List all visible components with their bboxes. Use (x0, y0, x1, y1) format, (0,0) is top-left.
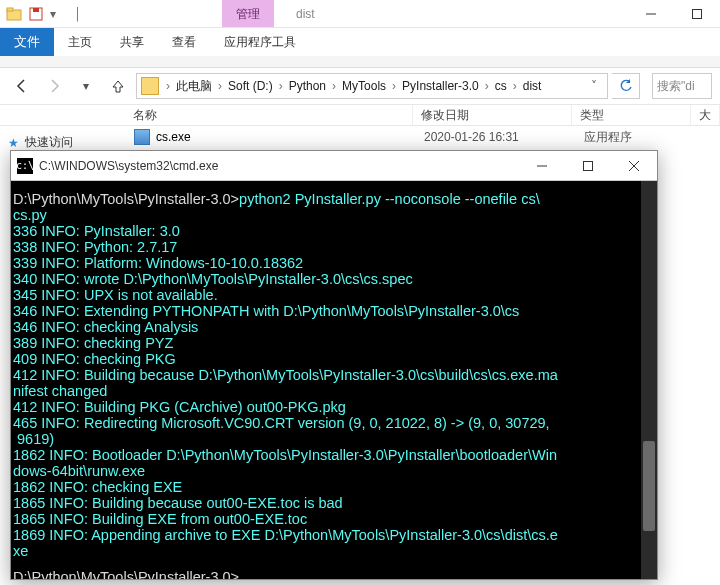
chevron-right-icon[interactable]: › (482, 79, 492, 93)
cmd-minimize-button[interactable] (519, 151, 565, 181)
chevron-right-icon[interactable]: › (215, 79, 225, 93)
cmd-close-button[interactable] (611, 151, 657, 181)
chevron-right-icon[interactable]: › (163, 79, 173, 93)
qat-dropdown-icon[interactable]: ▾ (50, 7, 58, 21)
column-date[interactable]: 修改日期 (413, 105, 572, 125)
breadcrumb-segment[interactable]: Python (286, 79, 329, 93)
svg-rect-3 (33, 8, 39, 12)
cmd-scroll-thumb[interactable] (643, 441, 655, 531)
explorer-titlebar: ▾ │ 管理 dist (0, 0, 720, 28)
breadcrumb-segment[interactable]: PyInstaller-3.0 (399, 79, 482, 93)
breadcrumb-segment[interactable]: dist (520, 79, 545, 93)
folder-icon (6, 6, 22, 22)
ribbon-share-tab[interactable]: 共享 (106, 28, 158, 56)
cmd-maximize-button[interactable] (565, 151, 611, 181)
file-date: 2020-01-26 16:31 (416, 130, 576, 144)
back-button[interactable] (8, 72, 36, 100)
breadcrumb-segment[interactable]: cs (492, 79, 510, 93)
file-type: 应用程序 (576, 129, 696, 146)
cmd-scrollbar[interactable] (641, 181, 657, 579)
svg-rect-9 (584, 161, 593, 170)
chevron-right-icon[interactable]: › (329, 79, 339, 93)
ribbon-body (0, 56, 720, 68)
breadcrumb-segment[interactable]: 此电脑 (173, 78, 215, 95)
ribbon-view-tab[interactable]: 查看 (158, 28, 210, 56)
star-icon: ★ (8, 136, 19, 150)
folder-icon (141, 77, 159, 95)
cmd-titlebar[interactable]: c:\ C:\WINDOWS\system32\cmd.exe (11, 151, 657, 181)
refresh-button[interactable] (612, 73, 640, 99)
contextual-tab-manage[interactable]: 管理 (222, 0, 274, 27)
breadcrumb-segment[interactable]: MyTools (339, 79, 389, 93)
chevron-right-icon[interactable]: › (276, 79, 286, 93)
svg-rect-5 (693, 9, 702, 18)
exe-icon (134, 129, 150, 145)
cmd-window: c:\ C:\WINDOWS\system32\cmd.exe D:\Pytho… (10, 150, 658, 580)
address-bar: ▾ › 此电脑 › Soft (D:) › Python › MyTools ›… (0, 68, 720, 104)
up-button[interactable] (104, 72, 132, 100)
column-headers: 名称 修改日期 类型 大 (0, 104, 720, 126)
ribbon-file-tab[interactable]: 文件 (0, 28, 54, 56)
breadcrumb[interactable]: › 此电脑 › Soft (D:) › Python › MyTools › P… (136, 73, 608, 99)
breadcrumb-segment[interactable]: Soft (D:) (225, 79, 276, 93)
forward-button[interactable] (40, 72, 68, 100)
recent-locations-button[interactable]: ▾ (72, 72, 100, 100)
cmd-title-text: C:\WINDOWS\system32\cmd.exe (39, 159, 519, 173)
svg-rect-1 (7, 8, 13, 11)
window-title: dist (286, 0, 325, 27)
qat-save-icon[interactable] (28, 6, 44, 22)
file-name: cs.exe (156, 130, 191, 144)
search-input[interactable]: 搜索"di (652, 73, 712, 99)
minimize-button[interactable] (628, 0, 674, 27)
ribbon-apptools-tab[interactable]: 应用程序工具 (210, 28, 310, 56)
breadcrumb-dropdown[interactable]: ˅ (585, 79, 603, 93)
maximize-button[interactable] (674, 0, 720, 27)
chevron-right-icon[interactable]: › (389, 79, 399, 93)
column-type[interactable]: 类型 (572, 105, 691, 125)
column-name[interactable]: 名称 (125, 105, 413, 125)
column-size[interactable]: 大 (691, 105, 720, 125)
ribbon-tabs: 文件 主页 共享 查看 应用程序工具 (0, 28, 720, 56)
cmd-output[interactable]: D:\Python\MyTools\PyInstaller-3.0>python… (11, 181, 657, 579)
qat-sep: │ (74, 7, 82, 21)
cmd-icon: c:\ (17, 158, 33, 174)
chevron-right-icon[interactable]: › (510, 79, 520, 93)
ribbon-home-tab[interactable]: 主页 (54, 28, 106, 56)
file-row[interactable]: cs.exe 2020-01-26 16:31 应用程序 (126, 126, 720, 148)
sidebar-item-label: 快速访问 (25, 134, 73, 151)
